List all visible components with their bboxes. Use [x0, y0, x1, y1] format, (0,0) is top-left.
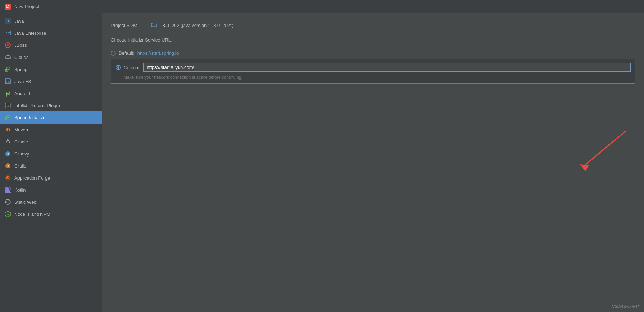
custom-label: Custom:	[124, 65, 141, 70]
sidebar-item-appforge-label: Application Forge	[14, 175, 50, 181]
custom-url-input[interactable]	[143, 63, 631, 72]
svg-text:G: G	[6, 152, 9, 156]
watermark: CSDN @汉头结	[612, 304, 640, 309]
custom-box: Custom: Make sure your network connectio…	[111, 59, 635, 84]
svg-rect-10	[6, 93, 10, 95]
sidebar-item-grails-label: Grails	[14, 163, 26, 169]
sidebar-item-javafx-label: Java FX	[14, 79, 31, 84]
intellij-icon: IJ	[4, 102, 11, 109]
svg-point-19	[7, 139, 9, 141]
title-bar: IJ New Project	[0, 0, 644, 13]
sidebar-item-groovy[interactable]: G Groovy	[0, 148, 102, 160]
sidebar-item-maven-label: Maven	[14, 127, 28, 132]
svg-text:J: J	[7, 19, 9, 23]
javafx-icon: FX	[4, 78, 11, 85]
sdk-value: 1.8.0_202 (java version "1.8.0_202")	[159, 23, 233, 28]
spring-initializr-icon	[4, 114, 11, 121]
sidebar-item-android-label: Android	[14, 91, 30, 96]
sidebar-item-kotlin[interactable]: Kotlin	[0, 184, 102, 196]
svg-text:N: N	[7, 213, 9, 216]
sidebar-item-kotlin-label: Kotlin	[14, 187, 26, 193]
sidebar-item-spring-initializr[interactable]: Spring Initializr	[0, 111, 102, 124]
java-icon: J	[4, 17, 11, 24]
sidebar-item-javafx[interactable]: FX Java FX	[0, 75, 102, 87]
annotation-arrow	[573, 113, 644, 184]
sidebar-item-nodejs-label: Node.js and NPM	[14, 212, 50, 217]
clouds-icon	[4, 54, 11, 61]
svg-text:IJ: IJ	[7, 104, 9, 108]
sidebar-item-gradle-label: Gradle	[14, 139, 28, 144]
sidebar-item-intellij-label: IntelliJ Platform Plugin	[14, 103, 60, 108]
sdk-dropdown[interactable]: 1.8.0_202 (java version "1.8.0_202")	[147, 21, 237, 30]
gradle-icon	[4, 138, 11, 145]
spring-icon	[4, 66, 11, 73]
svg-point-11	[6, 93, 7, 94]
groovy-icon: G	[4, 150, 11, 157]
enterprise-icon	[4, 29, 11, 37]
svg-rect-5	[6, 32, 7, 33]
svg-marker-38	[580, 164, 589, 171]
main-container: J Java Java Enterprise	[0, 13, 644, 312]
sdk-folder-icon	[151, 22, 157, 28]
svg-text:IJ: IJ	[6, 5, 9, 9]
sidebar-item-android[interactable]: Android	[0, 87, 102, 99]
sidebar-item-clouds[interactable]: Clouds	[0, 51, 102, 63]
jboss-icon	[4, 42, 11, 49]
maven-icon: m	[4, 126, 11, 133]
default-url[interactable]: https://start.spring.io	[137, 50, 179, 56]
window-title: New Project	[14, 4, 39, 9]
svg-rect-6	[8, 32, 10, 33]
svg-text:m: m	[6, 127, 10, 132]
svg-point-26	[7, 177, 8, 178]
app-icon: IJ	[4, 3, 11, 10]
custom-radio[interactable]	[116, 65, 121, 70]
sidebar-item-static-web-label: Static Web	[14, 199, 37, 205]
sidebar-item-spring-initializr-label: Spring Initializr	[14, 115, 44, 120]
sidebar-item-maven[interactable]: m Maven	[0, 124, 102, 136]
content-panel: Project SDK: 1.8.0_202 (java version "1.…	[102, 13, 644, 312]
sidebar-item-clouds-label: Clouds	[14, 55, 28, 60]
sidebar: J Java Java Enterprise	[0, 13, 102, 312]
sidebar-item-static-web[interactable]: Static Web	[0, 196, 102, 208]
kotlin-icon	[4, 186, 11, 193]
sidebar-item-gradle[interactable]: Gradle	[0, 136, 102, 148]
sidebar-item-spring[interactable]: Spring	[0, 63, 102, 75]
sidebar-item-jboss[interactable]: JBoss	[0, 39, 102, 51]
sidebar-item-app-forge[interactable]: Application Forge	[0, 172, 102, 184]
sidebar-item-enterprise-label: Java Enterprise	[14, 31, 46, 36]
sdk-row: Project SDK: 1.8.0_202 (java version "1.…	[111, 21, 635, 30]
svg-line-37	[584, 131, 626, 166]
default-option-row[interactable]: Default: https://start.spring.io	[111, 48, 635, 59]
android-icon	[4, 90, 11, 97]
default-radio[interactable]	[111, 51, 116, 56]
svg-point-17	[7, 117, 9, 119]
sidebar-item-intellij-plugin[interactable]: IJ IntelliJ Platform Plugin	[0, 99, 102, 111]
staticweb-icon	[4, 198, 11, 206]
sidebar-item-groovy-label: Groovy	[14, 151, 29, 157]
network-warning: Make sure your network connection is act…	[116, 75, 631, 80]
choose-url-label: Choose Initializr Service URL.	[111, 37, 635, 43]
nodejs-icon: N	[4, 210, 11, 218]
sdk-label: Project SDK:	[111, 23, 143, 28]
sidebar-item-spring-label: Spring	[14, 67, 28, 72]
sidebar-item-java-enterprise[interactable]: Java Enterprise	[0, 27, 102, 39]
svg-point-12	[9, 93, 9, 94]
sidebar-item-grails[interactable]: G Grails	[0, 160, 102, 172]
sidebar-item-java[interactable]: J Java	[0, 15, 102, 27]
appforge-icon	[4, 174, 11, 181]
grails-icon: G	[4, 162, 11, 169]
svg-text:G: G	[6, 164, 9, 168]
custom-option-row: Custom:	[116, 63, 631, 72]
svg-text:FX: FX	[6, 80, 10, 83]
svg-rect-4	[5, 31, 11, 35]
default-label: Default:	[119, 50, 135, 56]
sidebar-item-jboss-label: JBoss	[14, 43, 27, 48]
sidebar-item-java-label: Java	[14, 18, 24, 24]
sidebar-item-nodejs[interactable]: N Node.js and NPM	[0, 208, 102, 220]
